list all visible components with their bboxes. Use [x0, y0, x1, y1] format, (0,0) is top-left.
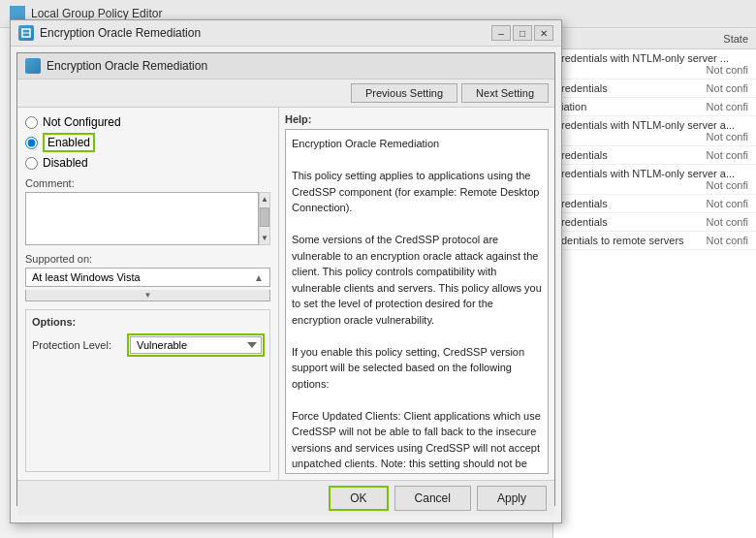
next-setting-button[interactable]: Next Setting [461, 83, 549, 103]
help-title: Help: [285, 113, 549, 125]
comment-label: Comment: [25, 177, 270, 189]
comment-scrollbar[interactable]: ▲ ▼ [259, 192, 270, 245]
bg-window-title: Local Group Policy Editor [31, 7, 162, 20]
dialog-title-icon [18, 25, 34, 41]
list-item: iation Not confi [553, 98, 756, 116]
previous-setting-button[interactable]: Previous Setting [351, 83, 457, 103]
row-state: Not confi [707, 64, 748, 76]
inner-dialog: Encryption Oracle Remediation Previous S… [16, 52, 555, 506]
row-text: redentials [561, 198, 608, 209]
inner-title-text: Encryption Oracle Remediation [47, 59, 207, 73]
scroll-thumb[interactable] [260, 207, 269, 227]
protection-level-label: Protection Level: [32, 339, 119, 351]
option-row: Protection Level: Vulnerable Mitigated F… [32, 333, 264, 357]
toolbar: Previous Setting Next Setting [17, 79, 554, 108]
row-state: Not confi [707, 131, 748, 142]
dialog-title-left: Encryption Oracle Remediation [18, 25, 201, 41]
list-item: redentials with NTLM-only server a... No… [553, 165, 756, 195]
supported-value: At least Windows Vista ▲ [25, 268, 270, 287]
protection-level-select-box: Vulnerable Mitigated Force Updated Clien… [127, 333, 265, 357]
radio-group: Not Configured Enabled Disabled [25, 115, 270, 170]
radio-enabled[interactable]: Enabled [25, 133, 270, 152]
list-item: redentials Not confi [553, 146, 756, 165]
row-state: Not confi [707, 216, 748, 228]
supported-section: Supported on: At least Windows Vista ▲ ▼ [25, 253, 270, 301]
row-text: redentials with NTLM-only server ... [561, 52, 729, 64]
dialog-controls: – □ ✕ [491, 25, 553, 41]
scroll-up-arrow[interactable]: ▲ [260, 193, 269, 206]
state-column-header: State [723, 33, 748, 45]
inner-title-icon [25, 58, 41, 74]
radio-not-configured[interactable]: Not Configured [25, 115, 270, 129]
supported-text: At least Windows Vista [32, 271, 141, 283]
row-state: Not confi [707, 235, 748, 246]
left-panel: Not Configured Enabled Disabled Comment: [17, 108, 279, 480]
row-text: iation [561, 101, 586, 112]
row-state: Not confi [707, 198, 748, 209]
maximize-button[interactable]: □ [513, 25, 532, 41]
row-state: Not confi [707, 82, 748, 94]
radio-disabled-input[interactable] [25, 157, 38, 170]
row-state: Not confi [707, 101, 748, 112]
protection-level-select[interactable]: Vulnerable Mitigated Force Updated Clien… [130, 336, 262, 354]
supported-scroll-indicator: ▲ [254, 272, 264, 283]
inner-titlebar: Encryption Oracle Remediation [17, 53, 554, 79]
list-item: redentials Not confi [553, 195, 756, 213]
supported-label: Supported on: [25, 253, 270, 265]
radio-enabled-input[interactable] [25, 137, 38, 149]
list-item: redentials Not confi [553, 213, 756, 232]
apply-button[interactable]: Apply [477, 486, 547, 511]
radio-enabled-label: Enabled [43, 133, 95, 152]
list-item: redentials with NTLM-only server a... No… [553, 116, 756, 146]
cancel-button[interactable]: Cancel [394, 486, 471, 511]
list-item: redentials Not confi [553, 79, 756, 98]
right-panel-header: State [553, 29, 756, 49]
row-text: redentials [561, 82, 608, 94]
bottom-bar: OK Cancel Apply [17, 480, 554, 516]
help-content[interactable]: Encryption Oracle Remediation This polic… [285, 129, 549, 474]
row-state: Not confi [707, 149, 748, 161]
list-item: redentials with NTLM-only server ... Not… [553, 49, 756, 79]
row-state: Not confi [707, 179, 748, 191]
radio-disabled[interactable]: Disabled [25, 156, 270, 170]
close-button[interactable]: ✕ [534, 25, 553, 41]
list-item: dentials to remote servers Not confi [553, 232, 756, 250]
row-text: dentials to remote servers [561, 235, 684, 246]
comment-section: Comment: ▲ ▼ [25, 177, 270, 245]
options-section: Options: Protection Level: Vulnerable Mi… [25, 309, 270, 472]
ok-button[interactable]: OK [329, 486, 388, 511]
help-panel: Help: Encryption Oracle Remediation This… [279, 108, 554, 480]
minimize-button[interactable]: – [491, 25, 511, 41]
dialog-titlebar: Encryption Oracle Remediation – □ ✕ [11, 20, 561, 47]
dialog-title-text: Encryption Oracle Remediation [40, 26, 201, 40]
radio-disabled-label: Disabled [43, 156, 88, 170]
radio-not-configured-input[interactable] [25, 116, 38, 129]
supported-scroll-down: ▼ [144, 291, 152, 300]
row-text: redentials with NTLM-only server a... [561, 168, 735, 179]
content-area: Not Configured Enabled Disabled Comment: [17, 108, 554, 480]
row-text: redentials [561, 216, 608, 228]
radio-not-configured-label: Not Configured [43, 115, 121, 129]
row-text: redentials [561, 149, 608, 161]
scroll-down-arrow[interactable]: ▼ [260, 232, 269, 244]
options-title: Options: [32, 316, 264, 328]
supported-scrollbar-bottom: ▼ [25, 290, 270, 301]
comment-textarea[interactable] [25, 192, 259, 245]
row-text: redentials with NTLM-only server a... [561, 119, 735, 131]
main-dialog: Encryption Oracle Remediation – □ ✕ Encr… [10, 19, 562, 523]
right-panel: State redentials with NTLM-only server .… [552, 29, 756, 538]
